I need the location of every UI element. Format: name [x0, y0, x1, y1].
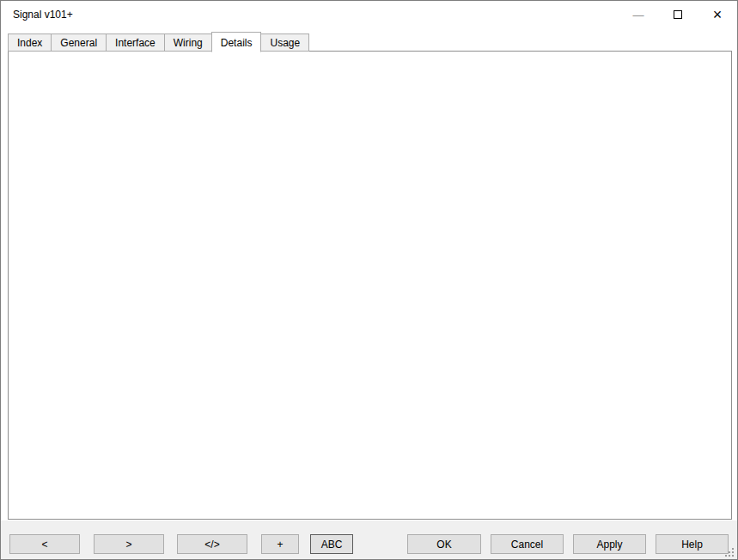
cancel-button[interactable]: Cancel [491, 534, 564, 554]
prev-button[interactable]: < [9, 534, 80, 554]
tab-index[interactable]: Index [8, 33, 52, 52]
apply-button[interactable]: Apply [573, 534, 646, 554]
tab-bar: Index General Interface Wiring Details U… [8, 32, 308, 52]
tab-wiring[interactable]: Wiring [164, 33, 212, 52]
window-title: Signal v101+ [13, 9, 73, 21]
next-button[interactable]: > [94, 534, 164, 554]
maximize-icon [674, 10, 682, 19]
tab-general[interactable]: General [51, 33, 107, 52]
close-icon: × [713, 7, 723, 22]
minimize-button[interactable]: — [619, 1, 658, 28]
minimize-icon: — [633, 9, 644, 21]
tab-usage[interactable]: Usage [260, 33, 309, 52]
footer-bar: < > </> + ABC OK Cancel Apply Help [1, 520, 737, 560]
help-button[interactable]: Help [656, 534, 729, 554]
code-button[interactable]: </> [177, 534, 247, 554]
tab-details[interactable]: Details [211, 32, 262, 52]
title-bar[interactable]: Signal v101+ — × [1, 1, 737, 28]
window-controls: — × [619, 1, 737, 28]
close-button[interactable]: × [698, 1, 737, 28]
plus-button[interactable]: + [261, 534, 299, 554]
tab-interface[interactable]: Interface [106, 33, 165, 52]
dialog-window: Signal v101+ — × Index General Interface… [0, 0, 738, 560]
abc-button[interactable]: ABC [310, 534, 353, 554]
maximize-button[interactable] [658, 1, 698, 28]
resize-grip-icon[interactable] [732, 555, 734, 557]
tab-page-details [8, 51, 732, 520]
ok-button[interactable]: OK [407, 534, 481, 554]
